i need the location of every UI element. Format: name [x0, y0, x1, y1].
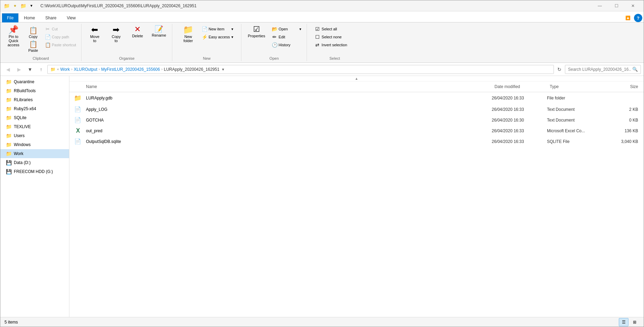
- table-row[interactable]: Ⅹ out_pred 26/04/2020 16:33 Microsoft Ex…: [69, 125, 644, 136]
- copy-to-button[interactable]: ➡ Copy to: [106, 24, 126, 49]
- scissors-icon: ✂: [45, 26, 50, 32]
- sidebar-item-rlibraries[interactable]: 📁 RLibraries: [0, 95, 69, 104]
- breadcrumb-xluroutput[interactable]: XLUROutput: [74, 67, 97, 72]
- sidebar-item-windows[interactable]: 📁 Windows: [0, 140, 69, 149]
- select-col: ☑ Select all ☐ Select none ⇄ Invert sele…: [312, 24, 357, 55]
- sidebar-item-ruby25x64[interactable]: 📁 Ruby25-x64: [0, 104, 69, 113]
- title-bar-icons: 📁 ★ 📁 ▼: [3, 2, 35, 9]
- copy-path-button[interactable]: 📄 Copy path: [42, 33, 78, 41]
- paste-button[interactable]: 📋 Paste: [25, 40, 42, 54]
- breadcrumb-myfirstlur[interactable]: MyFirstLUR_20200426_155606: [101, 67, 160, 72]
- table-row[interactable]: 📄 OutputSqlDB.sqlite 26/04/2020 16:33 SQ…: [69, 136, 644, 147]
- folder-icon-work: 📁: [6, 151, 12, 156]
- sidebar-item-work[interactable]: 📁 Work: [0, 149, 69, 158]
- breadcrumb-dropdown[interactable]: ▾: [222, 67, 224, 72]
- delete-button[interactable]: ✕ Delete: [127, 24, 148, 45]
- edit-button[interactable]: ✏ Edit: [269, 33, 304, 41]
- folder-icon2: 📁: [20, 2, 27, 9]
- sort-chevron-up[interactable]: ▲: [355, 77, 358, 80]
- breadcrumb-work[interactable]: Work: [60, 67, 70, 72]
- open-label: Open: [241, 56, 307, 61]
- file-name-excel: out_pred: [86, 128, 492, 133]
- file-name-log: Apply_LOG: [86, 107, 492, 112]
- sidebar-item-freecom[interactable]: 💾 FREECOM HDD (G:): [0, 167, 69, 176]
- ribbon: File Home Share View 🔼 ? 📌: [0, 11, 644, 63]
- clipboard-group: 📌 Pin to Quick access 📋 Copy 📋 Paste: [0, 24, 81, 61]
- file-icon-log: 📄: [69, 106, 86, 113]
- select-none-button[interactable]: ☐ Select none: [312, 33, 357, 41]
- dropdown-button[interactable]: ▼: [25, 65, 35, 74]
- large-icons-view-button[interactable]: ⊞: [630, 318, 640, 326]
- sidebar-item-sqlite[interactable]: 📁 SQLite: [0, 113, 69, 122]
- cut-button[interactable]: ✂ Cut: [42, 25, 78, 33]
- close-button[interactable]: ✕: [625, 0, 641, 11]
- new-folder-button[interactable]: 📁 New folder: [178, 24, 199, 49]
- tab-view[interactable]: View: [61, 13, 81, 22]
- file-date-sqlite: 26/04/2020 16:33: [492, 139, 547, 144]
- dropdown-arrow[interactable]: ▼: [28, 2, 35, 9]
- table-row[interactable]: 📄 GOTCHA 26/04/2020 16:30 Text Document …: [69, 115, 644, 125]
- file-icon-gotcha: 📄: [69, 117, 86, 123]
- tab-home[interactable]: Home: [19, 13, 40, 22]
- file-type-gotcha: Text Document: [547, 118, 609, 123]
- table-row[interactable]: 📄 Apply_LOG 26/04/2020 16:33 Text Docume…: [69, 104, 644, 115]
- easy-access-button[interactable]: ⚡ Easy access ▾: [199, 33, 236, 41]
- paste-shortcut-button[interactable]: 📋 Paste shortcut: [42, 41, 78, 49]
- move-to-button[interactable]: ⬅ Move to: [84, 24, 105, 49]
- file-icon-excel: Ⅹ: [69, 127, 86, 134]
- breadcrumb-folder-icon: 📁: [50, 67, 56, 72]
- sidebar-item-users[interactable]: 📁 Users: [0, 131, 69, 140]
- file-date-log: 26/04/2020 16:33: [492, 107, 547, 112]
- minimize-button[interactable]: —: [592, 0, 608, 11]
- tab-file[interactable]: File: [2, 13, 19, 22]
- invert-selection-button[interactable]: ⇄ Invert selection: [312, 41, 357, 49]
- drive-icon-d: 💾: [6, 160, 12, 165]
- folder-icon-yellow: 📁: [3, 2, 10, 9]
- details-view-button[interactable]: ☰: [619, 318, 628, 326]
- sidebar-item-data-d[interactable]: 💾 Data (D:): [0, 158, 69, 167]
- search-bar[interactable]: 🔍: [565, 65, 641, 74]
- file-list-wrapper: ▲ Name Date modified Type Size 📁 LURAppl…: [69, 76, 644, 317]
- file-type-gdb: File folder: [547, 96, 609, 100]
- select-label: Select: [307, 56, 362, 61]
- organise-label: Organise: [81, 56, 172, 61]
- pin-to-quick-access-button[interactable]: 📌 Pin to Quick access: [3, 24, 24, 54]
- maximize-button[interactable]: ☐: [608, 0, 624, 11]
- select-all-button[interactable]: ☑ Select all: [312, 25, 357, 33]
- up-button[interactable]: ↑: [36, 65, 46, 74]
- breadcrumb-sep0: «: [57, 67, 59, 71]
- copy-to-icon: ➡: [113, 26, 119, 34]
- open-button[interactable]: 📂 Open ▾: [269, 25, 304, 33]
- header-name[interactable]: Name: [69, 83, 492, 90]
- collapse-ribbon-button[interactable]: 🔼: [623, 14, 633, 22]
- forward-button[interactable]: ▶: [14, 65, 24, 74]
- breadcrumb-bar[interactable]: 📁 « Work › XLUROutput › MyFirstLUR_20200…: [47, 65, 554, 74]
- file-list: 📁 LURApply.gdb 26/04/2020 16:33 File fol…: [69, 92, 644, 317]
- properties-button[interactable]: ☑ Properties: [244, 24, 269, 45]
- new-item-icon: 📄: [202, 26, 207, 32]
- back-button[interactable]: ◀: [3, 65, 13, 74]
- organise-group: ⬅ Move to ➡ Copy to ✕ Delete 📝 Rename: [81, 24, 172, 61]
- ribbon-collapse-area: 🔼 ?: [623, 14, 642, 22]
- sort-indicator: ▲: [69, 76, 644, 81]
- new-col2: 📄 New item ▾ ⚡ Easy access ▾: [199, 24, 236, 47]
- tab-share[interactable]: Share: [40, 13, 61, 22]
- header-size[interactable]: Size: [609, 83, 644, 90]
- copy-button[interactable]: 📋 Copy: [25, 25, 42, 40]
- sidebar-item-rbuildtools[interactable]: 📁 RBuildTools: [0, 86, 69, 95]
- rename-button[interactable]: 📝 Rename: [148, 24, 169, 44]
- table-row[interactable]: 📁 LURApply.gdb 26/04/2020 16:33 File fol…: [69, 92, 644, 104]
- refresh-button[interactable]: ↻: [555, 65, 564, 74]
- new-item-button[interactable]: 📄 New item ▾: [199, 25, 236, 33]
- header-date[interactable]: Date modified: [492, 83, 547, 90]
- header-type[interactable]: Type: [547, 83, 609, 90]
- sidebar-item-texlive[interactable]: 📁 TEXLIVE: [0, 122, 69, 131]
- move-to-icon: ⬅: [91, 26, 98, 34]
- help-button[interactable]: ?: [634, 14, 642, 22]
- sidebar-item-quarantine[interactable]: 📁 Quarantine: [0, 77, 69, 86]
- file-size-sqlite: 3,040 KB: [609, 139, 644, 144]
- history-button[interactable]: 🕑 History: [269, 41, 304, 49]
- file-icon-gdb: 📁: [69, 94, 86, 102]
- edit-icon: ✏: [272, 34, 277, 40]
- search-input[interactable]: [568, 67, 631, 72]
